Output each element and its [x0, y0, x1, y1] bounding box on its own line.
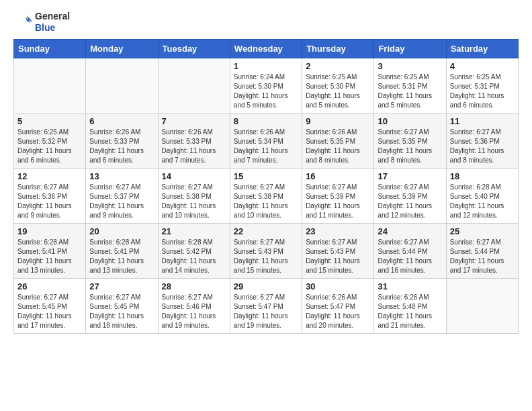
calendar-cell: 28Sunrise: 6:27 AM Sunset: 5:46 PM Dayli… [158, 278, 230, 333]
day-number: 21 [162, 226, 226, 236]
calendar-table: SundayMondayTuesdayWednesdayThursdayFrid… [13, 39, 519, 334]
day-info: Sunrise: 6:25 AM Sunset: 5:30 PM Dayligh… [306, 73, 370, 110]
col-header-sunday: Sunday [14, 39, 86, 58]
day-info: Sunrise: 6:27 AM Sunset: 5:39 PM Dayligh… [306, 183, 370, 220]
day-info: Sunrise: 6:27 AM Sunset: 5:47 PM Dayligh… [234, 293, 298, 330]
day-info: Sunrise: 6:27 AM Sunset: 5:38 PM Dayligh… [234, 183, 298, 220]
day-info: Sunrise: 6:27 AM Sunset: 5:43 PM Dayligh… [306, 238, 370, 275]
calendar-cell: 29Sunrise: 6:27 AM Sunset: 5:47 PM Dayli… [230, 278, 302, 333]
col-header-friday: Friday [374, 39, 446, 58]
day-number: 23 [306, 226, 370, 236]
calendar-cell: 13Sunrise: 6:27 AM Sunset: 5:37 PM Dayli… [86, 168, 158, 223]
calendar-cell: 1Sunrise: 6:24 AM Sunset: 5:30 PM Daylig… [230, 58, 302, 113]
day-number: 14 [162, 171, 226, 181]
calendar-week-row: 12Sunrise: 6:27 AM Sunset: 5:36 PM Dayli… [14, 168, 519, 223]
col-header-monday: Monday [86, 39, 158, 58]
day-number: 5 [17, 116, 82, 126]
col-header-thursday: Thursday [302, 39, 374, 58]
calendar-cell [446, 278, 518, 333]
day-number: 1 [234, 61, 298, 71]
day-info: Sunrise: 6:27 AM Sunset: 5:37 PM Dayligh… [89, 183, 154, 220]
calendar-cell: 11Sunrise: 6:27 AM Sunset: 5:36 PM Dayli… [446, 113, 518, 168]
day-number: 24 [378, 226, 442, 236]
day-info: Sunrise: 6:28 AM Sunset: 5:40 PM Dayligh… [450, 183, 515, 220]
day-number: 10 [378, 116, 442, 126]
day-info: Sunrise: 6:26 AM Sunset: 5:33 PM Dayligh… [89, 128, 154, 165]
calendar-week-row: 26Sunrise: 6:27 AM Sunset: 5:45 PM Dayli… [14, 278, 519, 333]
calendar-cell: 9Sunrise: 6:26 AM Sunset: 5:35 PM Daylig… [302, 113, 374, 168]
logo-text: General Blue [35, 11, 70, 34]
logo-bird-icon [13, 12, 34, 32]
calendar-cell: 17Sunrise: 6:27 AM Sunset: 5:39 PM Dayli… [374, 168, 446, 223]
day-number: 12 [17, 171, 82, 181]
day-info: Sunrise: 6:26 AM Sunset: 5:34 PM Dayligh… [234, 128, 298, 165]
calendar-cell: 15Sunrise: 6:27 AM Sunset: 5:38 PM Dayli… [230, 168, 302, 223]
day-number: 26 [17, 281, 82, 291]
calendar-cell: 3Sunrise: 6:25 AM Sunset: 5:31 PM Daylig… [374, 58, 446, 113]
calendar-cell: 30Sunrise: 6:26 AM Sunset: 5:47 PM Dayli… [302, 278, 374, 333]
day-number: 7 [162, 116, 226, 126]
day-info: Sunrise: 6:28 AM Sunset: 5:42 PM Dayligh… [162, 238, 226, 275]
day-info: Sunrise: 6:27 AM Sunset: 5:38 PM Dayligh… [162, 183, 226, 220]
day-info: Sunrise: 6:26 AM Sunset: 5:33 PM Dayligh… [162, 128, 226, 165]
day-number: 17 [378, 171, 442, 181]
day-info: Sunrise: 6:28 AM Sunset: 5:41 PM Dayligh… [17, 238, 82, 275]
day-info: Sunrise: 6:27 AM Sunset: 5:36 PM Dayligh… [17, 183, 82, 220]
day-info: Sunrise: 6:25 AM Sunset: 5:31 PM Dayligh… [450, 73, 515, 110]
calendar-cell: 4Sunrise: 6:25 AM Sunset: 5:31 PM Daylig… [446, 58, 518, 113]
day-info: Sunrise: 6:27 AM Sunset: 5:39 PM Dayligh… [378, 183, 442, 220]
calendar-week-row: 19Sunrise: 6:28 AM Sunset: 5:41 PM Dayli… [14, 223, 519, 278]
col-header-wednesday: Wednesday [230, 39, 302, 58]
day-info: Sunrise: 6:26 AM Sunset: 5:47 PM Dayligh… [306, 293, 370, 330]
day-number: 9 [306, 116, 370, 126]
day-info: Sunrise: 6:27 AM Sunset: 5:36 PM Dayligh… [450, 128, 515, 165]
col-header-tuesday: Tuesday [158, 39, 230, 58]
day-number: 25 [450, 226, 515, 236]
day-info: Sunrise: 6:26 AM Sunset: 5:35 PM Dayligh… [306, 128, 370, 165]
calendar-cell: 2Sunrise: 6:25 AM Sunset: 5:30 PM Daylig… [302, 58, 374, 113]
calendar-cell: 7Sunrise: 6:26 AM Sunset: 5:33 PM Daylig… [158, 113, 230, 168]
day-number: 6 [89, 116, 154, 126]
day-info: Sunrise: 6:25 AM Sunset: 5:31 PM Dayligh… [378, 73, 442, 110]
calendar-cell: 8Sunrise: 6:26 AM Sunset: 5:34 PM Daylig… [230, 113, 302, 168]
day-info: Sunrise: 6:27 AM Sunset: 5:44 PM Dayligh… [378, 238, 442, 275]
calendar-cell: 27Sunrise: 6:27 AM Sunset: 5:45 PM Dayli… [86, 278, 158, 333]
calendar-cell: 12Sunrise: 6:27 AM Sunset: 5:36 PM Dayli… [14, 168, 86, 223]
day-info: Sunrise: 6:27 AM Sunset: 5:45 PM Dayligh… [89, 293, 154, 330]
calendar-cell: 23Sunrise: 6:27 AM Sunset: 5:43 PM Dayli… [302, 223, 374, 278]
day-info: Sunrise: 6:27 AM Sunset: 5:46 PM Dayligh… [162, 293, 226, 330]
calendar-header-row: SundayMondayTuesdayWednesdayThursdayFrid… [14, 39, 519, 58]
day-number: 28 [162, 281, 226, 291]
day-number: 29 [234, 281, 298, 291]
page-header: General Blue [13, 11, 519, 34]
calendar-cell: 14Sunrise: 6:27 AM Sunset: 5:38 PM Dayli… [158, 168, 230, 223]
day-number: 31 [378, 281, 442, 291]
logo: General Blue [13, 11, 70, 34]
calendar-cell: 26Sunrise: 6:27 AM Sunset: 5:45 PM Dayli… [14, 278, 86, 333]
calendar-cell: 25Sunrise: 6:27 AM Sunset: 5:44 PM Dayli… [446, 223, 518, 278]
calendar-cell: 16Sunrise: 6:27 AM Sunset: 5:39 PM Dayli… [302, 168, 374, 223]
logo-container: General Blue [13, 11, 70, 34]
day-number: 4 [450, 61, 515, 71]
calendar-week-row: 5Sunrise: 6:25 AM Sunset: 5:32 PM Daylig… [14, 113, 519, 168]
calendar-cell: 19Sunrise: 6:28 AM Sunset: 5:41 PM Dayli… [14, 223, 86, 278]
day-info: Sunrise: 6:27 AM Sunset: 5:35 PM Dayligh… [378, 128, 442, 165]
day-info: Sunrise: 6:27 AM Sunset: 5:44 PM Dayligh… [450, 238, 515, 275]
calendar-cell: 31Sunrise: 6:26 AM Sunset: 5:48 PM Dayli… [374, 278, 446, 333]
calendar-cell: 21Sunrise: 6:28 AM Sunset: 5:42 PM Dayli… [158, 223, 230, 278]
day-number: 2 [306, 61, 370, 71]
day-number: 20 [89, 226, 154, 236]
day-info: Sunrise: 6:27 AM Sunset: 5:43 PM Dayligh… [234, 238, 298, 275]
day-number: 8 [234, 116, 298, 126]
calendar-cell [14, 58, 86, 113]
calendar-cell: 10Sunrise: 6:27 AM Sunset: 5:35 PM Dayli… [374, 113, 446, 168]
day-number: 13 [89, 171, 154, 181]
day-number: 22 [234, 226, 298, 236]
col-header-saturday: Saturday [446, 39, 518, 58]
day-number: 16 [306, 171, 370, 181]
calendar-week-row: 1Sunrise: 6:24 AM Sunset: 5:30 PM Daylig… [14, 58, 519, 113]
calendar-cell: 20Sunrise: 6:28 AM Sunset: 5:41 PM Dayli… [86, 223, 158, 278]
day-info: Sunrise: 6:27 AM Sunset: 5:45 PM Dayligh… [17, 293, 82, 330]
calendar-cell: 6Sunrise: 6:26 AM Sunset: 5:33 PM Daylig… [86, 113, 158, 168]
calendar-cell: 18Sunrise: 6:28 AM Sunset: 5:40 PM Dayli… [446, 168, 518, 223]
